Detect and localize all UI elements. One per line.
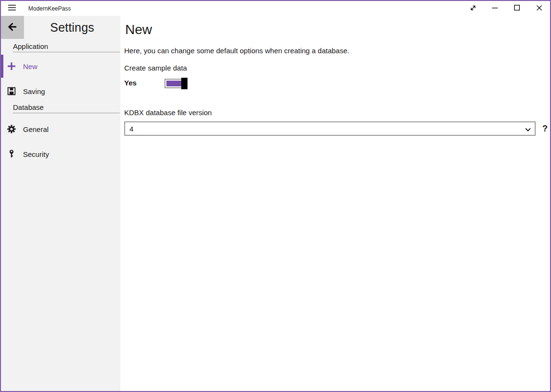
maximize-button[interactable] <box>506 1 528 16</box>
create-sample-data-label: Create sample data <box>124 63 548 73</box>
close-icon <box>536 5 542 12</box>
sidebar-item-label: New <box>23 62 37 71</box>
selection-indicator <box>1 55 3 78</box>
sidebar-title: Settings <box>24 16 120 39</box>
chevron-down-icon <box>525 126 531 134</box>
fullscreen-icon <box>469 4 477 13</box>
toggle-track-fill <box>166 81 182 86</box>
hamburger-icon <box>8 4 16 12</box>
settings-sidebar: Settings Application New Saving Database <box>1 16 120 391</box>
minimize-button[interactable] <box>484 1 506 16</box>
kdbx-version-combobox[interactable]: 4 <box>124 121 536 136</box>
hamburger-menu-button[interactable] <box>1 1 23 16</box>
kdbx-version-row: 4 ? <box>124 121 548 136</box>
sidebar-header: Settings <box>1 16 120 39</box>
app-title: ModernKeePass <box>28 1 71 16</box>
sidebar-item-label: Saving <box>23 87 45 95</box>
section-label-database: Database <box>13 103 120 113</box>
settings-new-page: New Here, you can change some default op… <box>120 16 550 391</box>
sidebar-item-label: Security <box>23 150 49 158</box>
toggle-thumb[interactable] <box>181 78 188 89</box>
sidebar-item-saving[interactable]: Saving <box>1 80 120 103</box>
back-arrow-icon <box>7 21 18 34</box>
back-button[interactable] <box>1 16 24 39</box>
titlebar-drag-area <box>71 1 462 16</box>
save-icon <box>7 86 16 96</box>
page-title: New <box>125 22 548 38</box>
toggle-state-label: Yes <box>124 78 164 88</box>
key-icon <box>7 149 16 159</box>
fullscreen-button[interactable] <box>462 1 484 16</box>
create-sample-data-toggle[interactable] <box>164 79 184 88</box>
app-window: ModernKeePass <box>0 0 551 392</box>
sidebar-item-new[interactable]: New <box>1 55 120 78</box>
section-label-application: Application <box>13 42 120 52</box>
sidebar-item-general[interactable]: General <box>1 118 120 141</box>
sidebar-item-label: General <box>23 125 48 133</box>
kdbx-version-label: KDBX database file version <box>124 108 548 117</box>
titlebar: ModernKeePass <box>1 1 550 16</box>
gear-icon <box>7 124 16 134</box>
minimize-icon <box>492 5 498 12</box>
plus-icon <box>7 61 16 71</box>
app-body: Settings Application New Saving Database <box>1 16 550 391</box>
maximize-icon <box>514 5 520 12</box>
help-button[interactable]: ? <box>542 121 548 136</box>
combobox-selected-value: 4 <box>129 125 133 133</box>
create-sample-data-row: Yes <box>124 78 548 91</box>
close-button[interactable] <box>528 1 550 16</box>
page-description: Here, you can change some default option… <box>124 46 548 56</box>
sidebar-item-security[interactable]: Security <box>1 143 120 166</box>
